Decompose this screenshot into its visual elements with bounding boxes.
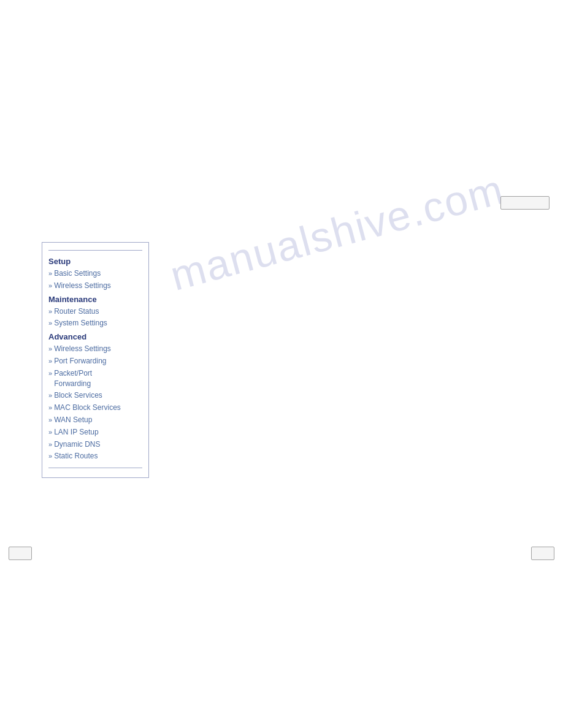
sidebar-item-wan-setup[interactable]: » WAN Setup (48, 415, 142, 425)
sidebar-item-static-routes[interactable]: » Static Routes (48, 451, 142, 461)
link-system-settings[interactable]: System Settings (54, 318, 107, 328)
link-wireless-settings-adv[interactable]: Wireless Settings (54, 344, 111, 354)
sidebar-item-mac-block-services[interactable]: » MAC Block Services (48, 403, 142, 413)
bullet-packet-port-forwarding: » (48, 369, 52, 378)
section-header-maintenance: Maintenance (48, 295, 142, 304)
bullet-mac-block-services: » (48, 403, 52, 412)
link-basic-settings[interactable]: Basic Settings (54, 268, 101, 279)
sidebar: Setup » Basic Settings » Wireless Settin… (42, 242, 149, 478)
section-header-setup: Setup (48, 257, 142, 266)
bullet-wireless-settings-adv: » (48, 344, 52, 354)
bullet-system-settings: » (48, 319, 52, 328)
sidebar-item-port-forwarding[interactable]: » Port Forwarding (48, 356, 142, 366)
bullet-wireless-settings-setup: » (48, 281, 52, 290)
bullet-static-routes: » (48, 452, 52, 461)
sidebar-item-block-services[interactable]: » Block Services (48, 390, 142, 401)
bullet-port-forwarding: » (48, 357, 52, 366)
sidebar-item-basic-settings[interactable]: » Basic Settings (48, 268, 142, 279)
link-packet-port-forwarding[interactable]: Packet/PortForwarding (54, 368, 92, 389)
watermark: manualshive.com (165, 165, 508, 300)
sidebar-item-wireless-settings-setup[interactable]: » Wireless Settings (48, 281, 142, 291)
top-divider (48, 250, 142, 251)
link-dynamic-dns[interactable]: Dynamic DNS (54, 439, 100, 450)
link-router-status[interactable]: Router Status (54, 306, 99, 317)
section-header-advanced: Advanced (48, 332, 142, 341)
bottom-left-button[interactable] (9, 547, 32, 560)
bullet-wan-setup: » (48, 415, 52, 425)
link-wan-setup[interactable]: WAN Setup (54, 415, 92, 425)
sidebar-item-wireless-settings-adv[interactable]: » Wireless Settings (48, 344, 142, 354)
link-mac-block-services[interactable]: MAC Block Services (54, 403, 121, 413)
sidebar-item-system-settings[interactable]: » System Settings (48, 318, 142, 328)
link-wireless-settings-setup[interactable]: Wireless Settings (54, 281, 111, 291)
link-block-services[interactable]: Block Services (54, 390, 102, 401)
bottom-divider (48, 468, 142, 468)
bullet-lan-ip-setup: » (48, 428, 52, 437)
link-port-forwarding[interactable]: Port Forwarding (54, 356, 106, 366)
sidebar-item-dynamic-dns[interactable]: » Dynamic DNS (48, 439, 142, 450)
bullet-block-services: » (48, 391, 52, 400)
link-static-routes[interactable]: Static Routes (54, 451, 98, 461)
bullet-basic-settings: » (48, 269, 52, 278)
top-right-button[interactable] (500, 196, 550, 210)
link-lan-ip-setup[interactable]: LAN IP Setup (54, 427, 99, 438)
sidebar-item-lan-ip-setup[interactable]: » LAN IP Setup (48, 427, 142, 438)
bullet-router-status: » (48, 307, 52, 316)
bottom-right-button[interactable] (531, 547, 554, 560)
sidebar-item-router-status[interactable]: » Router Status (48, 306, 142, 317)
bullet-dynamic-dns: » (48, 440, 52, 449)
sidebar-item-packet-port-forwarding[interactable]: » Packet/PortForwarding (48, 368, 142, 389)
